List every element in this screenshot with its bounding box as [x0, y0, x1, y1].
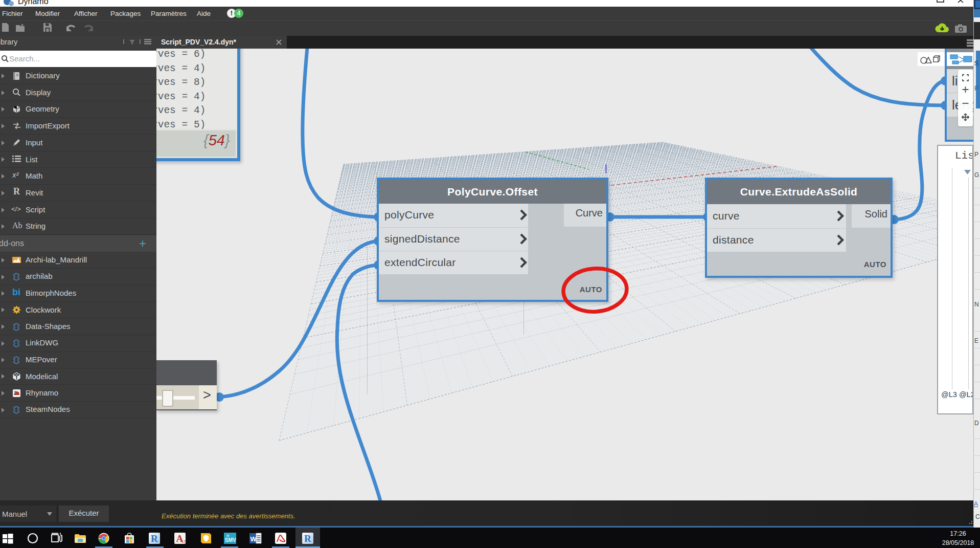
- svg-text:R: R: [151, 533, 158, 544]
- svg-text:R: R: [304, 533, 311, 544]
- svg-text:LT: LT: [182, 540, 186, 543]
- svg-text:W: W: [250, 535, 257, 543]
- svg-text:SMV: SMV: [225, 537, 236, 543]
